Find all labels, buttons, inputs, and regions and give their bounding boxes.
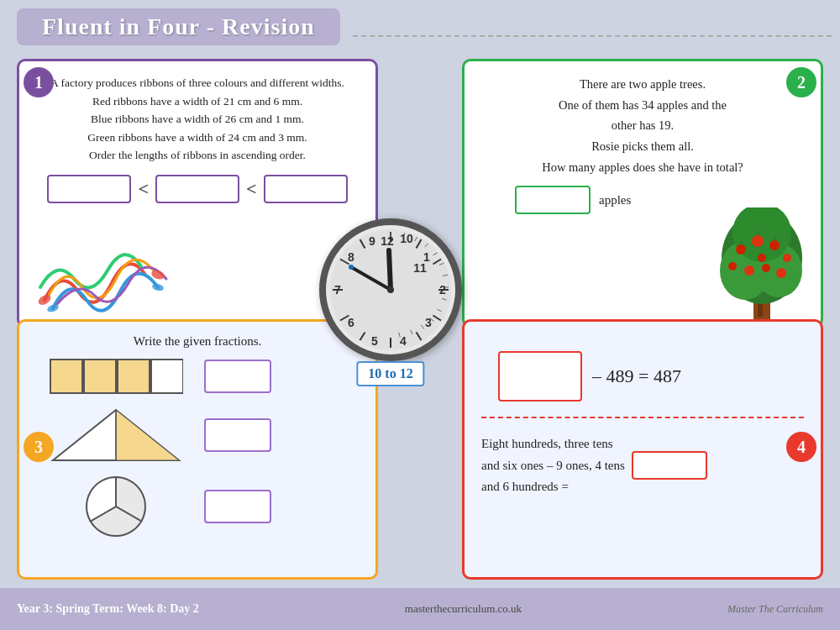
- apple-tree-decoration: [716, 207, 808, 317]
- question-4-lower: Eight hundreds, three tensand six ones –…: [481, 433, 804, 498]
- less-than-symbol-1: <: [138, 178, 149, 200]
- svg-point-13: [783, 254, 791, 262]
- clock-container: 12 1 2 3 4 5 6 7 8 9 10 11 10 to 12: [319, 218, 462, 361]
- answer-input-4b[interactable]: [632, 451, 707, 480]
- question-1-inputs: < <: [36, 175, 359, 203]
- svg-rect-25: [151, 360, 183, 393]
- svg-point-14: [728, 262, 737, 270]
- svg-marker-27: [116, 410, 179, 460]
- svg-point-11: [752, 235, 764, 247]
- answer-input-1b[interactable]: [155, 175, 239, 203]
- fractions-grid: [45, 355, 359, 540]
- svg-rect-24: [118, 360, 150, 393]
- answer-input-4a[interactable]: [498, 351, 582, 402]
- svg-text:11: 11: [413, 261, 427, 275]
- fraction-answer-1[interactable]: [204, 360, 271, 393]
- question-4-equation: – 489 = 487: [498, 351, 804, 402]
- svg-point-71: [349, 265, 354, 270]
- question-number-4: 4: [786, 432, 816, 462]
- svg-point-17: [776, 268, 786, 278]
- footer-website: masterthecurriculum.co.uk: [199, 602, 727, 616]
- answer-input-1a[interactable]: [47, 175, 131, 203]
- dashed-line-top: [353, 35, 832, 37]
- svg-rect-23: [84, 360, 116, 393]
- fraction-answer-3[interactable]: [204, 490, 271, 523]
- svg-point-70: [387, 286, 394, 293]
- dashed-divider: [481, 417, 804, 418]
- footer-term-info: Year 3: Spring Term: Week 8: Day 2: [17, 602, 199, 616]
- fraction-row-3: [45, 473, 359, 540]
- question-3-title: Write the given fractions.: [36, 334, 359, 349]
- svg-point-15: [744, 265, 754, 276]
- svg-line-19: [741, 241, 742, 244]
- clock-time-label: 10 to 12: [356, 361, 424, 386]
- footer-brand: Master The Curriculum: [727, 603, 823, 616]
- answer-input-2[interactable]: [515, 186, 591, 214]
- svg-rect-22: [50, 360, 82, 393]
- svg-text:7: 7: [334, 283, 341, 297]
- equation-text: – 489 = 487: [592, 365, 681, 387]
- fraction-shape-1: [45, 355, 187, 397]
- question-2-box: There are two apple trees. One of them h…: [462, 59, 823, 328]
- svg-text:4: 4: [400, 334, 407, 348]
- svg-point-10: [736, 244, 746, 255]
- lower-text-content: Eight hundreds, three tensand six ones –…: [481, 433, 625, 498]
- question-number-2: 2: [786, 67, 816, 97]
- question-4-box: – 489 = 487 Eight hundreds, three tensan…: [462, 319, 823, 580]
- svg-point-16: [762, 264, 770, 272]
- fraction-row-1: [45, 355, 359, 397]
- svg-text:8: 8: [348, 250, 354, 264]
- svg-text:2: 2: [439, 283, 446, 297]
- svg-text:3: 3: [425, 316, 432, 329]
- fraction-answer-2[interactable]: [204, 418, 271, 452]
- question-1-text: A factory produces ribbons of three colo…: [36, 74, 359, 165]
- ribbons-decoration: [36, 241, 171, 317]
- svg-text:10: 10: [400, 232, 413, 245]
- fraction-shape-2: [45, 406, 187, 465]
- svg-text:9: 9: [369, 234, 375, 248]
- svg-text:5: 5: [371, 334, 378, 348]
- question-4-lower-row: Eight hundreds, three tensand six ones –…: [481, 433, 804, 498]
- fraction-shape-3: [45, 473, 187, 540]
- question-number-3: 3: [24, 432, 54, 462]
- svg-line-21: [774, 237, 775, 240]
- footer: Year 3: Spring Term: Week 8: Day 2 maste…: [0, 588, 840, 630]
- fraction-row-2: [45, 406, 359, 465]
- page-title: Fluent in Four - Revision: [17, 8, 340, 45]
- svg-line-20: [758, 232, 759, 235]
- question-number-1: 1: [24, 67, 54, 97]
- svg-text:12: 12: [381, 234, 394, 248]
- apples-label: apples: [599, 193, 631, 207]
- svg-point-12: [769, 240, 780, 250]
- clock-face: 12 1 2 3 4 5 6 7 8 9 10 11: [319, 218, 462, 361]
- less-than-symbol-2: <: [246, 178, 257, 200]
- question-2-text: There are two apple trees. One of them h…: [481, 74, 804, 177]
- svg-point-18: [758, 254, 766, 262]
- svg-line-68: [389, 250, 391, 290]
- answer-input-1c[interactable]: [264, 175, 348, 203]
- svg-text:6: 6: [348, 316, 354, 329]
